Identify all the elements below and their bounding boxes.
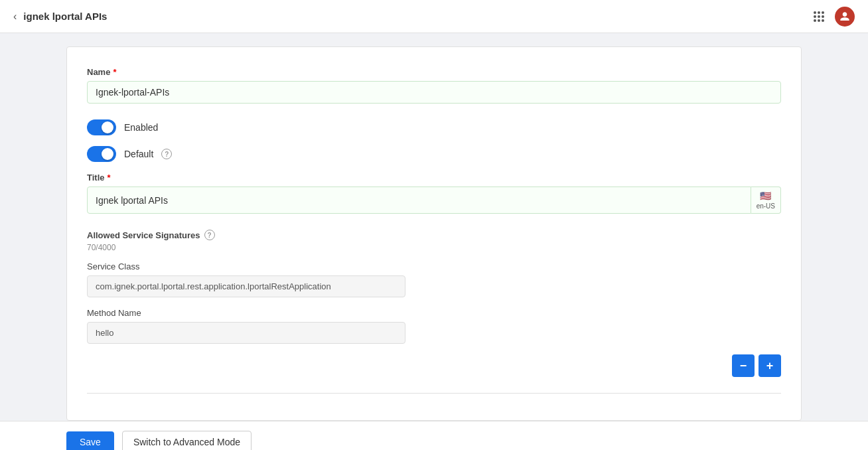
signatures-help-icon[interactable]: ? (204, 230, 215, 240)
method-name-label: Method Name (87, 308, 781, 318)
signatures-header: Allowed Service Signatures ? (87, 230, 781, 240)
default-help-icon[interactable]: ? (161, 149, 172, 159)
default-toggle-row: Default ? (87, 146, 781, 162)
add-signature-button[interactable]: + (759, 354, 781, 377)
section-divider (87, 393, 781, 394)
name-field-group: Name * (87, 67, 781, 104)
grid-icon[interactable] (814, 11, 824, 22)
page-title: ignek lportal APIs (23, 11, 107, 22)
signatures-group: Allowed Service Signatures ? 70/4000 Ser… (87, 230, 781, 377)
locale-code: en-US (757, 202, 775, 210)
enabled-toggle-row: Enabled (87, 119, 781, 135)
method-name-input[interactable] (87, 322, 405, 344)
nav-right (814, 7, 855, 27)
title-input[interactable] (87, 187, 751, 214)
user-avatar[interactable] (835, 7, 855, 27)
signatures-label: Allowed Service Signatures (87, 230, 200, 240)
main-wrapper: Name * Enabled Default ? (0, 33, 868, 450)
top-navigation: ‹ ignek lportal APIs (0, 0, 868, 33)
name-required-star: * (113, 67, 116, 77)
signature-action-buttons: − + (87, 354, 781, 377)
title-field-group: Title * 🇺🇸 en-US (87, 173, 781, 214)
content-panel: Name * Enabled Default ? (66, 46, 802, 421)
title-input-wrapper: 🇺🇸 en-US (87, 187, 781, 214)
locale-flag: 🇺🇸 (760, 190, 771, 202)
name-input[interactable] (87, 81, 781, 104)
nav-left: ‹ ignek lportal APIs (13, 11, 107, 23)
back-button[interactable]: ‹ (13, 11, 17, 23)
advanced-mode-button[interactable]: Switch to Advanced Mode (122, 431, 252, 450)
enabled-toggle[interactable] (87, 119, 116, 135)
title-label: Title * (87, 173, 781, 183)
service-class-input[interactable] (87, 275, 405, 297)
default-label: Default (124, 149, 153, 159)
remove-signature-button[interactable]: − (732, 354, 755, 377)
default-toggle[interactable] (87, 146, 116, 162)
service-class-group: Service Class (87, 262, 781, 297)
name-label: Name * (87, 67, 781, 77)
signatures-counter: 70/4000 (87, 243, 781, 252)
service-class-label: Service Class (87, 262, 781, 271)
save-button[interactable]: Save (66, 431, 114, 450)
footer-bar: Save Switch to Advanced Mode (0, 421, 868, 450)
enabled-label: Enabled (124, 122, 158, 133)
locale-badge[interactable]: 🇺🇸 en-US (751, 187, 781, 214)
title-required-star: * (108, 173, 111, 183)
method-name-group: Method Name (87, 308, 781, 344)
